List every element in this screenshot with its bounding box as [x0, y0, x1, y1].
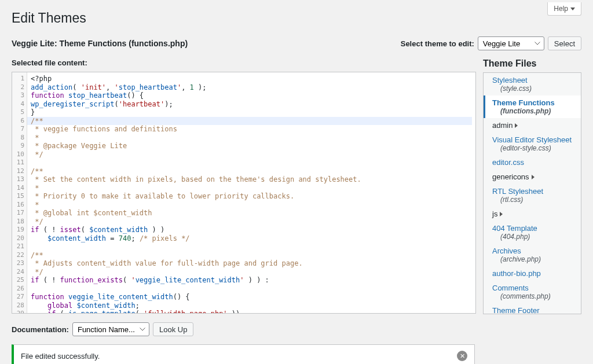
code-line[interactable]: * [31, 184, 472, 193]
code-line[interactable]: * [31, 201, 472, 209]
theme-file-item[interactable]: editor.css [484, 155, 581, 170]
close-icon[interactable]: ✕ [457, 351, 467, 361]
line-number-gutter: 1234567891011121314151617181920212223242… [12, 72, 27, 313]
code-line[interactable]: * Adjusts content_width value for full-w… [31, 259, 472, 268]
code-line[interactable]: if ( ! isset( $content_width ) ) [31, 226, 472, 234]
theme-file-item[interactable]: Theme Footer(footer.php) [484, 303, 581, 314]
theme-select[interactable]: Veggie Lite [478, 36, 544, 50]
documentation-select[interactable]: Function Name... [72, 322, 149, 336]
theme-file-item[interactable]: author-bio.php [484, 266, 581, 281]
theme-file-item[interactable]: Theme Functions(functions.php) [484, 95, 581, 118]
code-line[interactable]: */ [31, 218, 472, 226]
documentation-label: Documentation: [12, 325, 69, 334]
theme-files-heading: Theme Files [483, 58, 581, 69]
code-editor[interactable]: 1234567891011121314151617181920212223242… [12, 72, 476, 314]
theme-file-item[interactable]: Visual Editor Stylesheet(editor-style.cs… [484, 133, 581, 155]
documentation-row: Documentation: Function Name... Look Up [12, 322, 581, 336]
code-line[interactable]: */ [31, 268, 472, 277]
code-line[interactable] [31, 242, 472, 251]
code-line[interactable]: if ( ! function_exists( 'veggie_lite_con… [31, 276, 472, 285]
theme-file-item[interactable]: Archives(archive.php) [484, 244, 581, 266]
theme-file-item[interactable]: Stylesheet(style.css) [484, 73, 581, 95]
code-line[interactable]: * [31, 134, 472, 142]
code-line[interactable]: wp_deregister_script('heartbeat'); [31, 100, 472, 109]
notice-text: File edited successfully. [21, 352, 100, 361]
code-line[interactable]: if ( is_page_template( 'fullwidth-page.p… [31, 310, 472, 313]
code-line[interactable]: * Priority 0 to make it available to low… [31, 192, 472, 201]
theme-file-item[interactable]: 404 Template(404.php) [484, 221, 581, 244]
code-body[interactable]: <?phpadd_action( 'init', 'stop_heartbeat… [27, 72, 475, 313]
select-theme-label: Select theme to edit: [401, 39, 474, 48]
code-line[interactable]: */ [31, 150, 472, 159]
code-line[interactable] [31, 285, 472, 293]
code-line[interactable]: /** [31, 167, 472, 176]
code-line[interactable]: <?php [31, 75, 472, 83]
code-line[interactable]: function stop_heartbeat() { [31, 91, 472, 100]
file-heading: Veggie Lite: Theme Functions (functions.… [12, 39, 188, 48]
chevron-down-icon [570, 8, 575, 10]
help-tab[interactable]: Help [547, 2, 581, 16]
page-title: Edit Themes [12, 0, 581, 26]
theme-file-item[interactable]: genericons [484, 170, 581, 184]
code-line[interactable]: /** [27, 117, 472, 126]
code-line[interactable]: /** [31, 251, 472, 260]
theme-file-item[interactable]: admin [484, 118, 581, 133]
chevron-right-icon [532, 175, 535, 179]
code-line[interactable]: $content_width = 740; /* pixels */ [31, 234, 472, 243]
code-line[interactable]: add_action( 'init', 'stop_heartbeat', 1 … [31, 83, 472, 92]
code-line[interactable]: * Set the content width in pixels, based… [31, 175, 472, 184]
code-line[interactable]: * @package Veggie Lite [31, 142, 472, 150]
code-line[interactable]: } [31, 108, 472, 117]
help-tab-label: Help [554, 5, 568, 13]
code-line[interactable] [31, 159, 472, 167]
code-line[interactable]: * veggie functions and definitions [31, 125, 472, 134]
lookup-button[interactable]: Look Up [153, 322, 193, 336]
code-line[interactable]: function veggie_lite_content_width() { [31, 293, 472, 302]
theme-select-group: Select theme to edit: Veggie Lite Select [401, 36, 581, 50]
code-line[interactable]: global $content_width; [31, 302, 472, 310]
theme-file-item[interactable]: Comments(comments.php) [484, 281, 581, 303]
chevron-right-icon [515, 123, 518, 128]
theme-file-item[interactable]: js [484, 207, 581, 221]
code-line[interactable]: * @global int $content_width [31, 209, 472, 218]
theme-file-list: Stylesheet(style.css)Theme Functions(fun… [483, 72, 581, 314]
chevron-right-icon [500, 212, 503, 216]
select-button[interactable]: Select [548, 36, 581, 50]
success-notice: File edited successfully. ✕ [12, 344, 475, 364]
theme-file-item[interactable]: RTL Stylesheet(rtl.css) [484, 184, 581, 207]
